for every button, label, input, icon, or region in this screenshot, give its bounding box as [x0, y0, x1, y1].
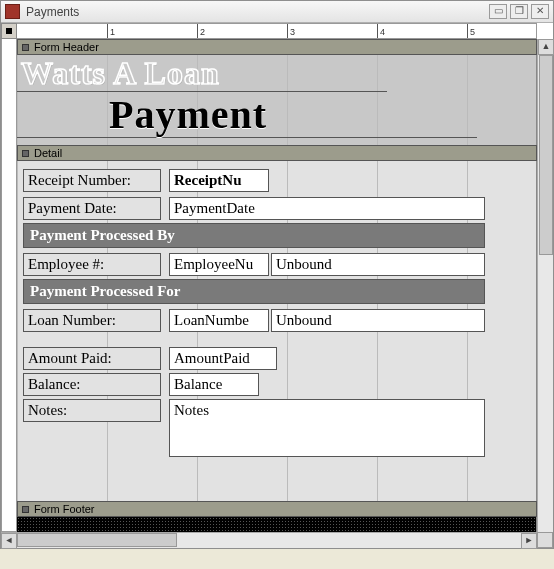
field-amount-paid[interactable]: AmountPaid	[169, 347, 277, 370]
ruler-vertical[interactable]	[1, 39, 17, 532]
section-label: Detail	[34, 147, 62, 159]
scroll-thumb-vertical[interactable]	[539, 55, 553, 255]
ruler-horizontal[interactable]: 1 2 3 4 5	[17, 23, 537, 39]
close-button[interactable]: ✕	[531, 4, 549, 19]
scroll-up-icon[interactable]: ▲	[538, 39, 554, 55]
resize-grip[interactable]	[537, 532, 553, 548]
label-amount-paid[interactable]: Amount Paid:	[23, 347, 161, 370]
field-balance[interactable]: Balance	[169, 373, 259, 396]
section-bar-detail[interactable]: Detail	[17, 145, 537, 161]
form-footer-area[interactable]	[17, 517, 537, 532]
canvas: Form Header Watts A Loan Payment Detail …	[17, 39, 537, 532]
scroll-thumb-horizontal[interactable]	[17, 533, 177, 547]
access-app-icon	[5, 4, 20, 19]
section-selector-icon	[22, 44, 29, 51]
field-receipt-number[interactable]: ReceiptNu	[169, 169, 269, 192]
label-loan-number[interactable]: Loan Number:	[23, 309, 161, 332]
scroll-left-icon[interactable]: ◄	[1, 533, 17, 549]
form-header-area[interactable]: Watts A Loan Payment	[17, 55, 537, 145]
banner-processed-for[interactable]: Payment Processed For	[23, 279, 485, 304]
ruler-mark: 3	[287, 24, 295, 39]
section-label: Form Footer	[34, 503, 95, 515]
window: Payments ▭ ❐ ✕ 1 2 3 4 5 Form Header	[0, 0, 554, 549]
ruler-mark: 5	[467, 24, 475, 39]
detail-area[interactable]: Receipt Number: ReceiptNu Payment Date: …	[17, 161, 537, 501]
minimize-button[interactable]: ▭	[489, 4, 507, 19]
window-title: Payments	[26, 5, 489, 19]
scroll-right-icon[interactable]: ►	[521, 533, 537, 549]
label-employee-number[interactable]: Employee #:	[23, 253, 161, 276]
form-selector-box[interactable]	[1, 23, 17, 39]
section-bar-header[interactable]: Form Header	[17, 39, 537, 55]
section-selector-icon	[22, 150, 29, 157]
design-surface: 1 2 3 4 5 Form Header Watts A Loan Payme…	[1, 23, 553, 548]
ruler-mark: 1	[107, 24, 115, 39]
field-loan-display[interactable]: Unbound	[271, 309, 485, 332]
titlebar[interactable]: Payments ▭ ❐ ✕	[1, 1, 553, 23]
section-label: Form Header	[34, 41, 99, 53]
scrollbar-horizontal[interactable]: ◄ ►	[1, 532, 537, 548]
ruler-mark: 2	[197, 24, 205, 39]
header-company-title[interactable]: Watts A Loan	[21, 55, 220, 92]
field-employee-display[interactable]: Unbound	[271, 253, 485, 276]
maximize-button[interactable]: ❐	[510, 4, 528, 19]
scrollbar-vertical[interactable]: ▲	[537, 39, 553, 532]
label-receipt-number[interactable]: Receipt Number:	[23, 169, 161, 192]
label-notes[interactable]: Notes:	[23, 399, 161, 422]
section-bar-footer[interactable]: Form Footer	[17, 501, 537, 517]
label-payment-date[interactable]: Payment Date:	[23, 197, 161, 220]
field-notes[interactable]: Notes	[169, 399, 485, 457]
header-form-title[interactable]: Payment	[109, 91, 267, 138]
section-selector-icon	[22, 506, 29, 513]
ruler-mark: 4	[377, 24, 385, 39]
field-loan-number[interactable]: LoanNumbe	[169, 309, 269, 332]
banner-processed-by[interactable]: Payment Processed By	[23, 223, 485, 248]
label-balance[interactable]: Balance:	[23, 373, 161, 396]
field-payment-date[interactable]: PaymentDate	[169, 197, 485, 220]
field-employee-number[interactable]: EmployeeNu	[169, 253, 269, 276]
